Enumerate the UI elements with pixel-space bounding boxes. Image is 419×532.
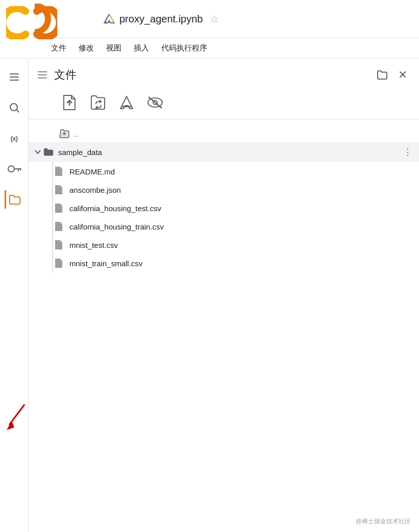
- panel-header-left: 文件: [37, 67, 77, 83]
- sidebar-icon-menu[interactable]: [5, 68, 23, 86]
- bookmark-icon[interactable]: ☆: [210, 13, 219, 25]
- svg-rect-9: [10, 77, 19, 78]
- svg-line-12: [16, 110, 19, 113]
- panel-title: 文件: [54, 67, 77, 83]
- file-tree: .. sample_data ⋮: [29, 119, 419, 278]
- file-item-readme[interactable]: README.md: [29, 162, 419, 181]
- file-icon: [53, 166, 64, 177]
- menu-runtime[interactable]: 代码执行程序: [161, 43, 207, 53]
- sidebar-icon-files[interactable]: [5, 190, 23, 209]
- gdrive-mount-btn[interactable]: [116, 92, 137, 113]
- upload-btn[interactable]: [59, 92, 80, 113]
- panel-header: 文件 ✕: [29, 59, 419, 88]
- svg-rect-20: [38, 74, 47, 75]
- file-name-ca-test: california_housing_test.csv: [69, 204, 161, 213]
- menu-edit[interactable]: 修改: [79, 43, 94, 53]
- go-up-row[interactable]: ..: [29, 125, 419, 142]
- menubar: 文件 修改 视图 插入 代码执行程序: [0, 38, 419, 59]
- sidebar-icon-variables[interactable]: {x}: [5, 129, 23, 147]
- header: proxy_agent.ipynb ☆: [0, 0, 419, 38]
- panel-menu-icon[interactable]: [37, 69, 48, 81]
- hide-files-btn[interactable]: [145, 92, 165, 113]
- file-name-readme: README.md: [69, 167, 115, 176]
- menu-file[interactable]: 文件: [51, 43, 66, 53]
- file-item-mnist-test[interactable]: mnist_test.csv: [29, 236, 419, 254]
- svg-point-11: [10, 104, 17, 111]
- file-title: proxy_agent.ipynb: [119, 13, 203, 25]
- refresh-folder-btn[interactable]: [88, 92, 108, 113]
- chevron-down-icon: [33, 147, 43, 157]
- file-icon: [53, 184, 64, 195]
- sidebar-icon-secrets[interactable]: [5, 160, 23, 178]
- sidebar-icon-search[interactable]: [5, 98, 23, 117]
- file-name-mnist-train: mnist_train_small.csv: [69, 259, 142, 268]
- main-layout: {x}: [0, 59, 419, 532]
- toolbar: [29, 88, 419, 119]
- file-name-ca-train: california_housing_train.csv: [69, 222, 164, 231]
- folder-row-sample-data[interactable]: sample_data ⋮: [29, 142, 419, 162]
- file-icon: [53, 221, 64, 232]
- svg-rect-21: [38, 78, 47, 79]
- svg-rect-19: [38, 71, 47, 72]
- colab-logo[interactable]: [10, 4, 51, 34]
- watermark: @稀土掘金技术社区: [356, 517, 411, 526]
- menu-view[interactable]: 视图: [106, 43, 121, 53]
- file-icon: [53, 239, 64, 250]
- file-icon: [53, 202, 64, 214]
- panel-header-right: ✕: [374, 67, 411, 83]
- svg-rect-10: [10, 80, 19, 81]
- header-center: proxy_agent.ipynb ☆: [103, 13, 409, 25]
- file-icon: [53, 258, 64, 269]
- file-panel: 文件 ✕: [29, 59, 419, 532]
- annotation-arrow: [4, 399, 30, 440]
- close-panel-btn[interactable]: ✕: [395, 67, 411, 83]
- file-item-mnist-train[interactable]: mnist_train_small.csv: [29, 254, 419, 272]
- folder-more-btn[interactable]: ⋮: [401, 145, 415, 159]
- tree-vertical-line: [52, 162, 53, 272]
- svg-rect-8: [10, 73, 19, 74]
- file-name-anscombe: anscombe.json: [69, 186, 121, 194]
- file-item-ca-train[interactable]: california_housing_train.csv: [29, 217, 419, 236]
- file-item-anscombe[interactable]: anscombe.json: [29, 181, 419, 199]
- folder-icon: [43, 146, 54, 158]
- sidebar: {x}: [0, 59, 29, 532]
- gdrive-icon: [103, 13, 115, 25]
- go-up-label: ..: [73, 130, 78, 138]
- files-container: README.md anscombe.json cali: [29, 162, 419, 272]
- menu-insert[interactable]: 插入: [134, 43, 149, 53]
- file-item-ca-test[interactable]: california_housing_test.csv: [29, 199, 419, 217]
- new-folder-btn[interactable]: [374, 67, 390, 83]
- svg-point-13: [8, 166, 14, 172]
- file-name-mnist-test: mnist_test.csv: [69, 241, 118, 249]
- folder-name-sample-data: sample_data: [58, 148, 401, 157]
